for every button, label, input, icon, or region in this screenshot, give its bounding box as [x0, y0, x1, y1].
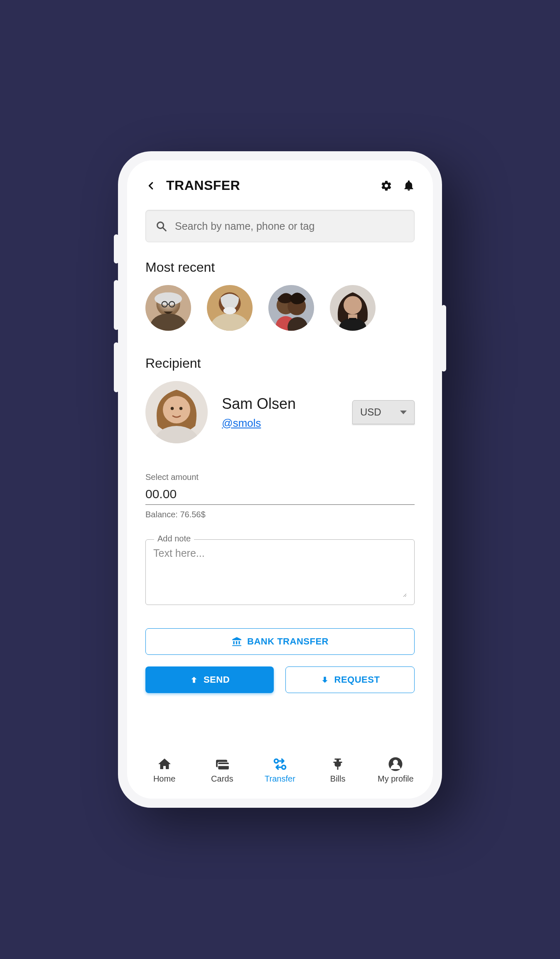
note-textarea[interactable]: [153, 547, 407, 597]
svg-point-32: [282, 765, 285, 769]
recent-contacts-row: [145, 285, 415, 331]
currency-select[interactable]: USD: [352, 400, 415, 424]
amount-label: Select amount: [145, 472, 415, 482]
notifications-button[interactable]: [401, 178, 416, 193]
search-icon: [155, 220, 167, 232]
recent-contact-avatar[interactable]: [207, 285, 253, 331]
nav-profile-label: My profile: [378, 774, 414, 784]
svg-rect-22: [349, 318, 356, 320]
chevron-down-icon: [400, 411, 407, 414]
recent-contact-avatar[interactable]: [268, 285, 314, 331]
recipient-row: Sam Olsen @smols USD: [145, 381, 415, 443]
nav-cards[interactable]: Cards: [201, 757, 243, 784]
recent-contact-avatar[interactable]: [330, 285, 376, 331]
cards-icon: [214, 757, 231, 772]
balance-text: Balance: 76.56$: [145, 510, 415, 519]
svg-point-19: [344, 296, 362, 314]
most-recent-heading: Most recent: [145, 260, 415, 275]
nav-transfer[interactable]: Transfer: [259, 757, 301, 784]
nav-home[interactable]: Home: [144, 757, 185, 784]
arrow-down-icon: [320, 675, 329, 684]
bank-transfer-button[interactable]: Bank Transfer: [145, 628, 415, 655]
arrow-up-icon: [189, 675, 199, 684]
settings-button[interactable]: [379, 178, 394, 193]
back-button[interactable]: [144, 178, 159, 193]
note-label: Add note: [154, 534, 194, 543]
send-button[interactable]: Send: [145, 666, 274, 693]
bottom-nav: Home Cards Transfer: [127, 749, 433, 799]
nav-profile[interactable]: My profile: [375, 757, 416, 784]
recipient-avatar[interactable]: [145, 381, 208, 443]
content-area: Most recent Recipient: [127, 202, 433, 749]
currency-selected-value: USD: [360, 406, 381, 418]
svg-point-26: [171, 407, 174, 410]
nav-cards-label: Cards: [211, 774, 233, 784]
profile-icon: [387, 757, 404, 772]
transfer-icon: [272, 757, 288, 772]
recipient-name: Sam Olsen: [222, 395, 338, 413]
search-field[interactable]: [145, 210, 415, 242]
bank-transfer-label: Bank Transfer: [247, 636, 329, 647]
nav-transfer-label: Transfer: [265, 774, 295, 784]
request-button[interactable]: Request: [285, 666, 415, 693]
home-icon: [156, 757, 173, 772]
send-label: Send: [204, 674, 230, 685]
app-header: TRANSFER: [127, 173, 433, 202]
svg-point-27: [179, 407, 183, 410]
svg-point-24: [163, 396, 190, 423]
nav-bills-label: Bills: [330, 774, 346, 784]
svg-rect-30: [218, 764, 229, 766]
nav-bills[interactable]: Bills: [317, 757, 359, 784]
gear-icon: [381, 180, 392, 192]
recent-contact-avatar[interactable]: [145, 285, 191, 331]
svg-point-5: [155, 293, 182, 305]
svg-point-31: [274, 759, 278, 763]
bank-icon: [231, 636, 242, 647]
svg-line-1: [163, 228, 166, 231]
request-label: Request: [334, 674, 380, 685]
bell-icon: [403, 180, 415, 192]
nav-home-label: Home: [153, 774, 175, 784]
note-field: Add note: [145, 539, 415, 605]
bills-icon: [329, 757, 346, 772]
chevron-left-icon: [147, 181, 156, 190]
svg-point-34: [393, 760, 398, 765]
recipient-heading: Recipient: [145, 356, 415, 371]
search-input[interactable]: [175, 220, 405, 232]
svg-point-12: [224, 307, 236, 315]
page-title: TRANSFER: [166, 178, 240, 193]
recipient-handle-link[interactable]: @smols: [222, 417, 261, 429]
amount-input[interactable]: [145, 485, 415, 505]
